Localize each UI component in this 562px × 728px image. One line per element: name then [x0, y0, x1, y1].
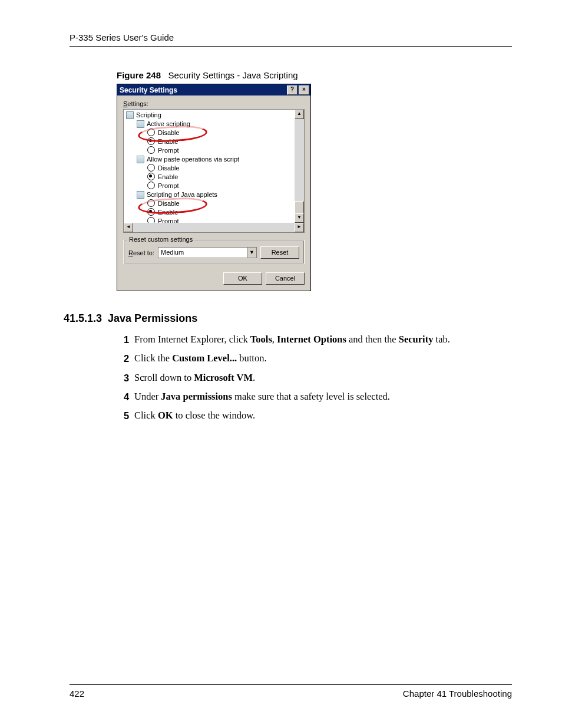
step-text: Under Java permissions make sure that a … — [134, 390, 390, 403]
scroll-right-button[interactable]: ► — [295, 223, 304, 232]
help-button[interactable]: ? — [287, 85, 297, 95]
radio-active-enable[interactable]: Enable — [126, 137, 295, 146]
figure-caption: Figure 248 Security Settings - Java Scri… — [117, 70, 512, 80]
reset-button[interactable]: Reset — [260, 246, 299, 259]
tree-allow-paste: Allow paste operations via script — [126, 155, 295, 164]
step-number: 2 — [124, 352, 134, 365]
cancel-button[interactable]: Cancel — [266, 272, 305, 285]
page-number: 422 — [70, 689, 84, 699]
section-number: 41.5.1.3 — [64, 312, 102, 324]
ok-button[interactable]: OK — [223, 272, 262, 285]
scroll-up-button[interactable]: ▲ — [295, 110, 304, 119]
step-text: Click OK to close the window. — [134, 409, 255, 422]
reset-to-label: Reset to: — [128, 249, 154, 256]
section-heading: 41.5.1.3 Java Permissions — [64, 312, 512, 325]
step-text: Click the Custom Level... button. — [134, 352, 267, 365]
doc-header: P-335 Series User's Guide — [70, 32, 512, 47]
radio-applets-prompt[interactable]: Prompt — [126, 217, 295, 223]
reset-to-value: Medium — [158, 248, 247, 258]
step-text: From Internet Explorer, click Tools, Int… — [134, 333, 450, 346]
security-settings-dialog: Security Settings ? × Settings: Scriptin… — [117, 84, 311, 291]
dialog-titlebar[interactable]: Security Settings ? × — [117, 84, 310, 95]
step-item: 3Scroll down to Microsoft VM. — [124, 371, 512, 384]
reset-fieldset: Reset custom settings Reset to: Medium ▼… — [123, 240, 305, 264]
step-number: 3 — [124, 371, 134, 384]
steps-list: 1From Internet Explorer, click Tools, In… — [124, 333, 512, 422]
scroll-left-button[interactable]: ◄ — [124, 223, 133, 232]
tree-scripting: Scripting — [126, 111, 295, 120]
script-icon — [137, 156, 144, 163]
settings-tree: Scripting Active scripting Disable Enabl… — [123, 109, 305, 233]
settings-label: Settings: — [123, 100, 305, 107]
radio-applets-disable[interactable]: Disable — [126, 199, 295, 208]
script-icon — [137, 191, 144, 199]
reset-to-combo[interactable]: Medium ▼ — [158, 247, 257, 258]
chapter-label: Chapter 41 Troubleshooting — [403, 689, 512, 699]
scroll-down-button[interactable]: ▼ — [295, 213, 304, 223]
step-number: 4 — [124, 390, 134, 403]
step-item: 2Click the Custom Level... button. — [124, 352, 512, 365]
radio-paste-disable[interactable]: Disable — [126, 164, 295, 173]
dialog-title: Security Settings — [120, 86, 177, 94]
horizontal-scrollbar[interactable]: ◄ ► — [124, 223, 304, 232]
combo-arrow-icon[interactable]: ▼ — [247, 248, 256, 258]
tree-active-scripting: Active scripting — [126, 120, 295, 129]
step-text: Scroll down to Microsoft VM. — [134, 371, 255, 384]
reset-legend: Reset custom settings — [127, 236, 194, 243]
radio-applets-enable[interactable]: Enable — [126, 208, 295, 217]
script-icon — [126, 111, 134, 119]
radio-active-disable[interactable]: Disable — [126, 129, 295, 137]
radio-paste-enable[interactable]: Enable — [126, 173, 295, 182]
tree-scripting-applets: Scripting of Java applets — [126, 190, 295, 199]
step-number: 1 — [124, 333, 134, 346]
step-item: 1From Internet Explorer, click Tools, In… — [124, 333, 512, 346]
step-number: 5 — [124, 409, 134, 422]
step-item: 5Click OK to close the window. — [124, 409, 512, 422]
step-item: 4Under Java permissions make sure that a… — [124, 390, 512, 403]
scroll-thumb[interactable] — [295, 201, 304, 214]
radio-active-prompt[interactable]: Prompt — [126, 146, 295, 155]
vertical-scrollbar[interactable]: ▲ ▼ — [295, 110, 304, 223]
page-footer: 422 Chapter 41 Troubleshooting — [70, 684, 512, 699]
figure-label: Figure 248 — [117, 70, 161, 80]
radio-paste-prompt[interactable]: Prompt — [126, 182, 295, 190]
script-icon — [137, 120, 144, 128]
close-button[interactable]: × — [299, 85, 309, 95]
figure-caption-text: Security Settings - Java Scripting — [168, 70, 298, 80]
section-title: Java Permissions — [108, 312, 197, 324]
